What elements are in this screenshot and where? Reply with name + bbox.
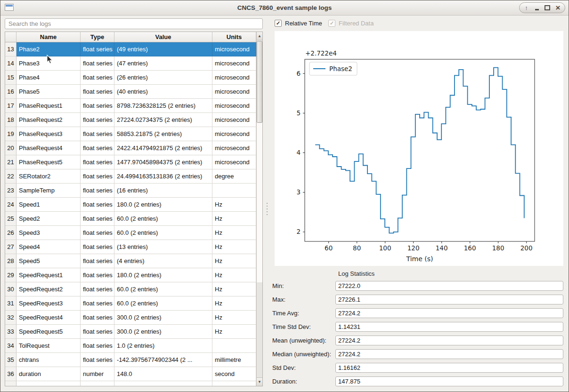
table-row[interactable]: 22SERotator2float series24.4994163513183… [5, 169, 256, 184]
table-row[interactable]: 16Phase5float series(40 entries)microsec… [5, 85, 256, 99]
cell-name: PhaseRequest2 [16, 113, 81, 127]
table-row[interactable]: 27Speed4float series(13 entries)Hz [5, 240, 256, 254]
stat-value-time-avg[interactable] [335, 308, 563, 318]
minimize-button[interactable] [533, 4, 541, 12]
cell-name: Speed2 [16, 212, 81, 226]
x-tick-label: 160 [464, 244, 476, 252]
column-header-units[interactable]: Units [212, 32, 256, 42]
column-header-type[interactable]: Type [81, 32, 114, 42]
table-row[interactable]: 36durationnumber148.0second [5, 367, 256, 381]
column-header-value[interactable]: Value [114, 32, 212, 42]
close-button[interactable]: × [554, 4, 562, 12]
stat-value-median-unweighted[interactable] [335, 349, 563, 359]
cell-value: 60.0 (2 entries) [114, 212, 212, 226]
maximize-button[interactable] [544, 4, 551, 12]
cell-type: float series [81, 99, 114, 113]
window-controls: ↑ × [519, 2, 565, 13]
cell-type: float series [81, 113, 114, 127]
cell-name: SpeedRequest2 [16, 282, 81, 296]
table-row[interactable]: 32SpeedRequest4float series300.0 (2 entr… [5, 311, 256, 325]
cell-units: microsecond [212, 42, 256, 56]
scrollbar-track-lower[interactable] [257, 282, 262, 378]
stat-value-max[interactable] [335, 295, 563, 304]
cell-units: microsecond [212, 127, 256, 141]
stat-value-mean-unweighted[interactable] [335, 336, 563, 345]
legend-label: Phase2 [329, 65, 352, 72]
table-row[interactable]: 13Phase2float series(49 entries)microsec… [5, 42, 256, 56]
search-input[interactable] [5, 18, 263, 29]
column-header-rownum [5, 32, 16, 42]
cell-name: PhaseRequest1 [16, 99, 81, 113]
pane-splitter[interactable] [265, 31, 269, 386]
table-row[interactable]: 14Phase3float series(47 entries)microsec… [5, 56, 256, 71]
x-axis-label: Time (s) [406, 255, 433, 263]
cell-value: (13 entries) [114, 240, 212, 254]
cell-value: 1477.970458984375 (2 entries) [114, 155, 212, 169]
cell-value: 60.0 (2 entries) [114, 296, 212, 311]
table-row[interactable]: 25Speed2float series60.0 (2 entries)Hz [5, 212, 256, 226]
y-tick-label: 6 [296, 70, 301, 77]
cell-name: Speed3 [16, 226, 81, 240]
cell-value: (40 entries) [114, 85, 212, 99]
stat-value-time-std-dev[interactable] [335, 322, 563, 332]
y-tick-label: 5 [296, 109, 301, 117]
table-row[interactable]: 18PhaseRequest2float series27224.0273437… [5, 113, 256, 127]
table-row[interactable]: 26Speed3float series60.0 (2 entries)Hz [5, 226, 256, 240]
cell-type: float series [81, 254, 114, 268]
column-header-name[interactable]: Name [16, 32, 81, 42]
cell-type: float series [81, 155, 114, 169]
table-row[interactable]: 31SpeedRequest3float series60.0 (2 entri… [5, 296, 256, 311]
scrollbar-down-button[interactable]: ▼ [257, 377, 262, 386]
scrollbar-up-button[interactable]: ▲ [257, 32, 262, 40]
cell-name: SampleTemp [16, 184, 81, 198]
cell-name: Speed4 [16, 240, 81, 254]
cell-units [212, 339, 256, 353]
table-row[interactable]: 29SpeedRequest1float series180.0 (2 entr… [5, 268, 256, 282]
table-row[interactable]: 19PhaseRequest3float series58853.21875 (… [5, 127, 256, 141]
stat-value-min[interactable] [335, 281, 563, 291]
cell-rownum: 28 [5, 254, 16, 268]
table-row[interactable]: 35chtransfloat series-142.39756774902344… [5, 353, 256, 367]
maximize-icon [545, 5, 550, 10]
cell-name: PhaseRequest3 [16, 127, 81, 141]
cell-rownum: 13 [5, 42, 16, 56]
cell-name: TolRequest [16, 339, 81, 353]
scrollbar-thumb[interactable] [257, 41, 262, 123]
cell-name: SpeedRequest4 [16, 311, 81, 325]
cell-name: SpeedRequest3 [16, 296, 81, 311]
cell-rownum: 20 [5, 141, 16, 155]
table-scrollbar[interactable]: ▲ ▼ [256, 32, 262, 386]
cell-units: microsecond [212, 113, 256, 127]
table-row[interactable]: 20PhaseRequest4float series2422.41479492… [5, 141, 256, 155]
table-row[interactable]: 33SpeedRequest5float series300.0 (2 entr… [5, 325, 256, 339]
cell-value: 300.0 (2 entries) [114, 325, 212, 339]
table-row[interactable]: 24Speed1float series180.0 (2 entries)Hz [5, 198, 256, 212]
cell-rownum: 16 [5, 85, 16, 99]
table-row[interactable]: 37end_timestring2018-02-25T16:11:05 [5, 381, 256, 386]
table-row[interactable]: 28Speed5float series(4 entries)Hz [5, 254, 256, 268]
table-row[interactable]: 23SampleTempfloat series(16 entries) [5, 184, 256, 198]
cell-units: Hz [212, 198, 256, 212]
cell-value: 58853.21875 (2 entries) [114, 127, 212, 141]
table-row[interactable]: 17PhaseRequest1float series8798.72363281… [5, 99, 256, 113]
cell-units: Hz [212, 212, 256, 226]
cell-type: float series [81, 198, 114, 212]
cell-rownum: 23 [5, 184, 16, 198]
table-row[interactable]: 34TolRequestfloat series1.0 (2 entries) [5, 339, 256, 353]
table-row[interactable]: 30SpeedRequest2float series60.0 (2 entri… [5, 282, 256, 296]
relative-time-checkbox[interactable]: ✓Relative Time [275, 20, 322, 27]
axes-box [305, 59, 535, 241]
table-row[interactable]: 15Phase4float series(26 entries)microsec… [5, 71, 256, 85]
cell-name: Phase2 [16, 42, 81, 56]
stat-value-std-dev[interactable] [335, 363, 563, 373]
cell-rownum: 18 [5, 113, 16, 127]
stat-label: Time Std Dev: [272, 322, 311, 332]
cell-type: float series [81, 71, 114, 85]
stat-value-duration[interactable] [335, 376, 563, 386]
cell-units: Hz [212, 268, 256, 282]
cell-units: Hz [212, 325, 256, 339]
titlebar[interactable]: CNCS_7860_event sample logs ↑ × [0, 0, 569, 16]
cell-value: 2018-02-25T16:11:05 [114, 381, 212, 386]
table-row[interactable]: 21PhaseRequest5float series1477.97045898… [5, 155, 256, 169]
shade-button[interactable]: ↑ [522, 4, 530, 12]
